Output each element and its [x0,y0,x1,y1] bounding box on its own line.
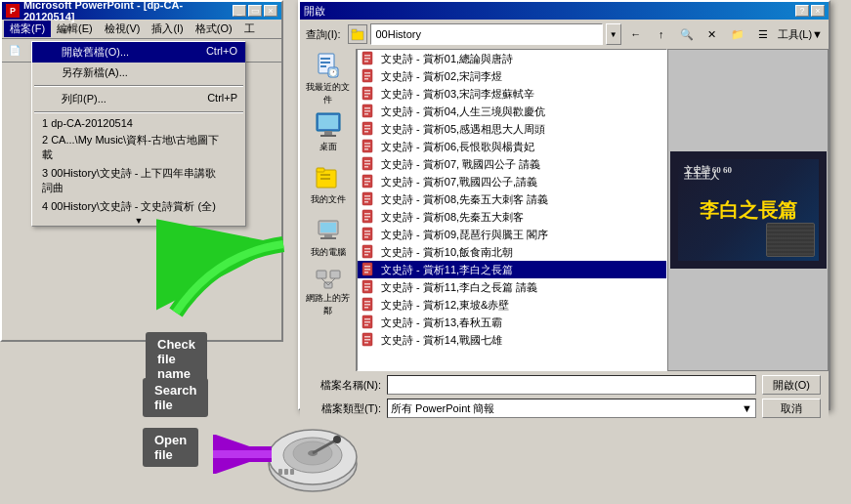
dialog-help-btn[interactable]: ? [795,5,809,17]
sidebar-mydocs[interactable]: 我的文件 [305,160,352,209]
address-combo-arrow[interactable]: ▼ [606,23,621,45]
svg-rect-67 [364,233,370,235]
sidebar-desktop[interactable]: 桌面 [305,107,352,156]
file-icon [362,139,377,154]
svg-rect-9 [319,115,338,129]
dialog-bottom: 檔案名稱(N): 開啟(O) 檔案類型(T): 所有 PowerPoint 簡報… [300,371,829,426]
file-item[interactable]: 文史詩 - 賞析13,春秋五霸 [358,314,666,331]
file-icon [362,227,377,242]
file-item[interactable]: 文史詩 - 賞析09,琵琶行與騰王 閣序 [358,226,666,243]
svg-rect-30 [364,72,370,74]
toolbar-up-btn[interactable]: ↑ [651,23,672,45]
file-item[interactable]: 文史詩 - 賞析11,李白之長篇 請義 [358,278,666,296]
sidebar-recent[interactable]: 🕐 我最近的文件 [305,55,352,104]
svg-point-103 [333,436,341,443]
file-item[interactable]: 文史詩 - 賞析03,宋詞李煜蘇軾辛 [358,85,666,103]
recent-item-3[interactable]: 3 00History\文史詩 - 上下四年串講歌詞曲 [32,164,245,197]
search-file-label: Search file [143,378,208,417]
file-icon [362,68,377,84]
file-item[interactable]: 文史詩 - 賞析14,戰國七雄 [358,331,666,349]
recent-item-2[interactable]: 2 CA...\My Music\資料-古地\古地圖下載 [32,131,245,164]
svg-rect-71 [364,251,370,253]
file-icon [362,191,377,207]
file-item[interactable]: 文史詩 - 賞析07, 戰國四公子 請義 [358,155,666,173]
svg-rect-40 [364,113,368,115]
ppt-title: Microsoft PowerPoint - [dp-CA-20120514] [23,0,233,22]
filetype-combo[interactable]: 所有 PowerPoint 簡報 ▼ [387,399,756,418]
svg-rect-83 [364,304,370,306]
toolbar-newfolder-btn[interactable]: 📁 [727,23,748,45]
menu-saveas-item[interactable]: 另存新檔(A)... [32,63,245,83]
file-item[interactable]: 文史詩 - 賞析12,東坡&赤壁 [358,296,666,314]
menu-insert[interactable]: 插入(I) [146,21,189,37]
menu-file[interactable]: 檔案(F) [4,21,51,37]
address-combo[interactable]: 00History [370,23,602,45]
file-icon [362,51,377,66]
toolbar-new-btn[interactable]: 📄 [4,41,25,61]
file-item[interactable]: 文史詩 - 賞析08,先秦五大刺客 [358,208,666,226]
filename-row: 檔案名稱(N): 開啟(O) [308,375,821,395]
lookin-label: 查詢(I): [306,27,340,42]
menu-view[interactable]: 檢視(V) [99,21,147,37]
svg-rect-44 [364,131,368,133]
ppt-close-btn[interactable]: × [264,5,277,17]
svg-rect-38 [364,107,370,109]
svg-rect-1 [352,29,357,32]
cancel-btn[interactable]: 取消 [762,399,821,418]
file-item[interactable]: 文史詩 - 賞析01,總論與唐詩 [358,50,666,67]
menu-print-item[interactable]: 列印(P)... Ctrl+P [32,89,245,109]
file-icon [362,262,377,277]
toolbar-search-btn[interactable]: 🔍 [676,23,698,45]
toolbar-views-btn[interactable]: ☰ [752,23,774,45]
file-item[interactable]: 文史詩 - 賞析02,宋詞李煜 [358,67,666,85]
svg-rect-13 [317,168,324,172]
svg-rect-36 [364,96,368,98]
menu-edit[interactable]: 編輯(E) [51,21,99,37]
menu-open-item[interactable]: 開啟舊檔(O)... Ctrl+O [32,42,245,63]
dialog-main: 🕐 我最近的文件 桌面 [300,49,829,371]
svg-rect-35 [364,93,370,95]
svg-rect-74 [364,266,370,268]
file-item[interactable]: 文史詩 - 賞析10,飯食南北朝 [358,243,666,261]
file-item[interactable]: 文史詩 - 賞析04,人生三境與歡慶伉 [358,103,666,120]
filename-input[interactable] [387,375,756,395]
file-item[interactable]: 文史詩 - 賞析06,長恨歌與楊貴妃 [358,138,666,155]
svg-rect-55 [364,181,370,183]
svg-rect-47 [364,146,370,147]
file-icon [362,244,377,260]
svg-rect-87 [364,321,370,323]
svg-rect-68 [364,236,368,238]
filetype-label: 檔案類型(T): [308,401,381,416]
file-icon [362,156,377,172]
file-icon [362,297,377,313]
open-dialog: 開啟 ? × 查詢(I): 00History ▼ ← ↑ 🔍 ✕ 📁 ☰ 工具… [298,0,830,410]
svg-rect-82 [364,301,370,303]
svg-rect-43 [364,128,370,130]
file-icon [362,279,377,295]
toolbar-back-btn[interactable]: ← [625,23,647,45]
svg-rect-27 [364,58,370,60]
ppt-restore-btn[interactable]: ▭ [248,5,262,17]
recent-item-4[interactable]: 4 00History\文史詩 - 文史詩賞析 (全) [32,197,245,216]
svg-rect-39 [364,110,370,112]
ppt-minimize-btn[interactable]: _ [233,5,246,17]
file-item[interactable]: 文史詩 - 賞析11,李白之長篇 [358,261,666,278]
svg-rect-79 [364,286,370,288]
file-item[interactable]: 文史詩 - 賞析07,戰國四公子,請義 [358,173,666,190]
file-item[interactable]: 文史詩 - 賞析08,先秦五大刺客 請義 [358,190,666,208]
svg-rect-14 [320,174,330,176]
file-item[interactable]: 文史詩 - 賞析05,感遇相思大人周頭 [358,120,666,138]
recent-item-1[interactable]: 1 dp-CA-20120514 [32,115,245,131]
menu-tools[interactable]: 工 [238,21,261,37]
toolbar-delete-btn[interactable]: ✕ [702,23,723,45]
menu-format[interactable]: 格式(O) [190,21,238,37]
svg-rect-50 [364,160,370,162]
svg-rect-84 [364,307,368,309]
open-btn[interactable]: 開啟(O) [762,375,821,395]
filename-label: 檔案名稱(N): [308,378,381,393]
toolbar-tools-btn[interactable]: 工具(L)▼ [778,27,823,42]
svg-rect-46 [364,143,370,145]
dialog-close-btn[interactable]: × [811,5,825,17]
preview-image: 文史詩 60 60 主主主人 李白之長篇 Pic [670,151,827,269]
svg-rect-80 [364,289,368,291]
